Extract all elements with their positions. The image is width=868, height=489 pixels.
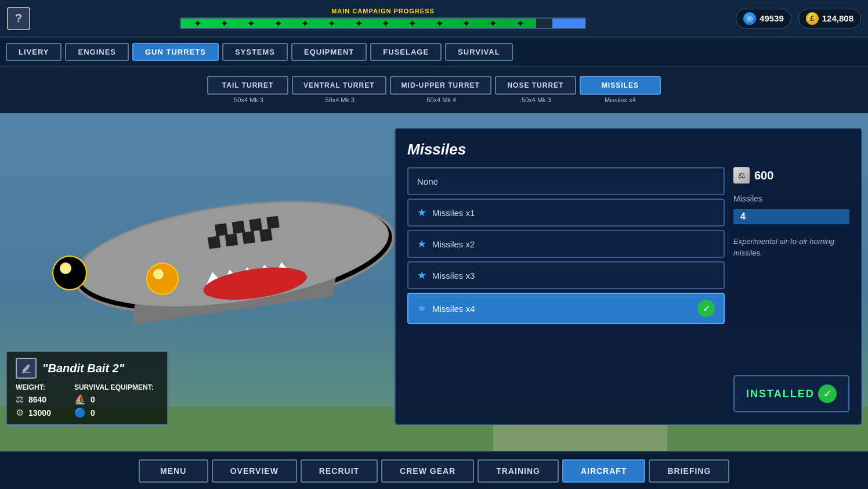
survival-col: SURVIVAL EQUIPMENT: ⛵ 0 🔵 0 [74, 383, 154, 418]
weight-icon-1: ⚖ [16, 394, 24, 405]
subtab-nose-value: .50x4 Mk 3 [520, 96, 551, 103]
star-2: ✦ [220, 18, 228, 29]
selected-check-icon: ✓ [697, 300, 715, 317]
tab-systems[interactable]: SYSTEMS [222, 43, 288, 61]
install-label: INSTALLED [746, 388, 815, 400]
star-icon-x4: ★ [417, 302, 426, 315]
bottom-tab-training[interactable]: TRAINING [478, 459, 559, 483]
panel-title: Missiles [407, 141, 849, 159]
install-button[interactable]: INSTALLED ✓ [733, 375, 849, 412]
star-6: ✦ [328, 18, 335, 29]
option-missiles-x3[interactable]: ★ Missiles x3 [407, 261, 725, 289]
star-1: ✦ [194, 18, 201, 29]
weight-icon-2: ⚙ [16, 407, 24, 418]
svg-rect-16 [259, 229, 273, 242]
gold-currency-item: £ 124,808 [798, 9, 861, 28]
svg-rect-19 [249, 218, 262, 232]
stat-label: Missiles [733, 194, 849, 203]
progress-stars: ✦ ✦ ✦ ✦ ✦ ✦ ✦ ✦ ✦ ✦ ✦ ✦ ✦ [184, 18, 533, 29]
options-section: None ★ Missiles x1 ★ Missiles x2 ★ Missi… [407, 167, 849, 412]
info-panel: ⚖ 600 Missiles 4 Experimental air-to-air… [733, 167, 849, 412]
bottom-tab-overview[interactable]: OVERVIEW [212, 459, 297, 483]
edit-icon [20, 362, 32, 374]
star-icon-x1: ★ [417, 206, 426, 219]
tab-engines[interactable]: ENGINES [65, 43, 129, 61]
aircraft-name-row: "Bandit Bait 2" [16, 358, 158, 379]
description-text: Experimental air-to-air homing missiles. [733, 236, 849, 258]
edit-name-button[interactable] [16, 358, 37, 379]
subtab-tail-turret[interactable]: TAIL TURRET [207, 76, 288, 95]
raft-icon: ⛵ [74, 394, 86, 405]
progress-label: MAIN CAMPAIGN PROGRESS [331, 8, 435, 15]
star-12: ✦ [489, 18, 497, 29]
tab-gun-turrets[interactable]: GUN TURRETS [132, 43, 219, 61]
survival-header: SURVIVAL EQUIPMENT: [74, 383, 154, 391]
star-5: ✦ [301, 18, 309, 29]
option-missiles-x2[interactable]: ★ Missiles x2 [407, 230, 725, 258]
main-tabs-bar: LIVERY ENGINES GUN TURRETS SYSTEMS EQUIP… [0, 38, 868, 67]
weight-cost-icon: ⚖ [733, 167, 750, 184]
weight-value-2: 13000 [28, 408, 51, 418]
subtab-mid-upper-value: .50x4 Mk 4 [425, 96, 456, 103]
aircraft-name: "Bandit Bait 2" [42, 362, 124, 375]
subtab-ventral-value: .50x4 Mk 3 [323, 96, 355, 103]
svg-rect-18 [232, 221, 245, 234]
svg-rect-17 [215, 223, 228, 236]
weight-col: WEIGHT: ⚖ 8640 ⚙ 13000 [16, 383, 51, 418]
tab-fuselage[interactable]: FUSELAGE [370, 43, 442, 61]
option-missiles-x4[interactable]: ★ Missiles x4 ✓ [407, 293, 725, 324]
bottom-tab-briefing[interactable]: BRIEFING [649, 459, 729, 483]
life-preserver-icon: 🔵 [74, 407, 86, 418]
star-11: ✦ [462, 18, 470, 29]
weight-item-1: ⚖ 8640 [16, 394, 51, 405]
bottom-tab-aircraft[interactable]: AIRCRAFT [562, 459, 646, 483]
star-icon-x3: ★ [417, 269, 426, 282]
subtab-missiles-value: Missiles x4 [605, 96, 636, 103]
help-button[interactable]: ? [7, 7, 30, 30]
star-icon-x2: ★ [417, 238, 426, 250]
sub-tabs-bar: TAIL TURRET .50x4 Mk 3 VENTRAL TURRET .5… [0, 67, 868, 113]
stats-row: WEIGHT: ⚖ 8640 ⚙ 13000 SURVIVAL EQUIPMEN… [16, 383, 158, 418]
gold-currency-icon: £ [806, 12, 819, 25]
subtab-missiles[interactable]: MISSILES [580, 76, 661, 95]
sub-tabs-row: TAIL TURRET .50x4 Mk 3 VENTRAL TURRET .5… [207, 76, 661, 103]
svg-marker-31 [23, 364, 30, 372]
option-missiles-x1[interactable]: ★ Missiles x1 [407, 199, 725, 226]
missiles-panel: Missiles None ★ Missiles x1 ★ Missiles x… [395, 128, 862, 425]
svg-point-26 [60, 263, 71, 274]
option-none[interactable]: None [407, 167, 725, 195]
star-4: ✦ [274, 18, 282, 29]
bottom-tab-menu[interactable]: MENU [139, 459, 208, 483]
weight-item-2: ⚙ 13000 [16, 407, 51, 418]
missile-right [146, 263, 179, 295]
star-13: ✦ [516, 18, 524, 29]
currency-section: 49539 £ 124,808 [736, 9, 861, 28]
survival-value-2: 0 [91, 408, 95, 418]
survival-item-1: ⛵ 0 [74, 394, 154, 405]
svg-point-28 [147, 264, 178, 294]
subtab-mid-upper-turret[interactable]: MID-UPPER TURRET [390, 76, 491, 95]
option-missiles-x2-label: Missiles x2 [432, 239, 475, 249]
tab-livery[interactable]: LIVERY [6, 43, 62, 61]
subtab-ventral-turret[interactable]: VENTRAL TURRET [292, 76, 386, 95]
svg-rect-15 [242, 231, 255, 245]
weight-value-1: 8640 [28, 395, 46, 404]
subtab-nose-turret[interactable]: NOSE TURRET [495, 76, 576, 95]
star-7: ✦ [355, 18, 363, 29]
tab-survival[interactable]: SURVIVAL [445, 43, 513, 61]
aircraft-info-panel: "Bandit Bait 2" WEIGHT: ⚖ 8640 ⚙ 13000 S… [6, 351, 168, 425]
bottom-tab-crew-gear[interactable]: CREW GEAR [381, 459, 474, 483]
progress-bar-fill: ✦ ✦ ✦ ✦ ✦ ✦ ✦ ✦ ✦ ✦ ✦ ✦ ✦ [181, 19, 536, 28]
blue-currency-icon [743, 12, 756, 25]
options-list: None ★ Missiles x1 ★ Missiles x2 ★ Missi… [407, 167, 725, 412]
progress-bar-container: ✦ ✦ ✦ ✦ ✦ ✦ ✦ ✦ ✦ ✦ ✦ ✦ ✦ [180, 17, 586, 29]
missile-left [52, 256, 87, 290]
tab-equipment[interactable]: EQUIPMENT [291, 43, 367, 61]
progress-bar-incomplete [552, 19, 585, 28]
svg-rect-20 [266, 216, 280, 229]
svg-rect-13 [208, 236, 221, 249]
star-9: ✦ [408, 18, 416, 29]
option-none-label: None [417, 177, 438, 186]
sub-tab-item-mid-upper: MID-UPPER TURRET .50x4 Mk 4 [390, 76, 491, 103]
bottom-tab-recruit[interactable]: RECRUIT [301, 459, 378, 483]
